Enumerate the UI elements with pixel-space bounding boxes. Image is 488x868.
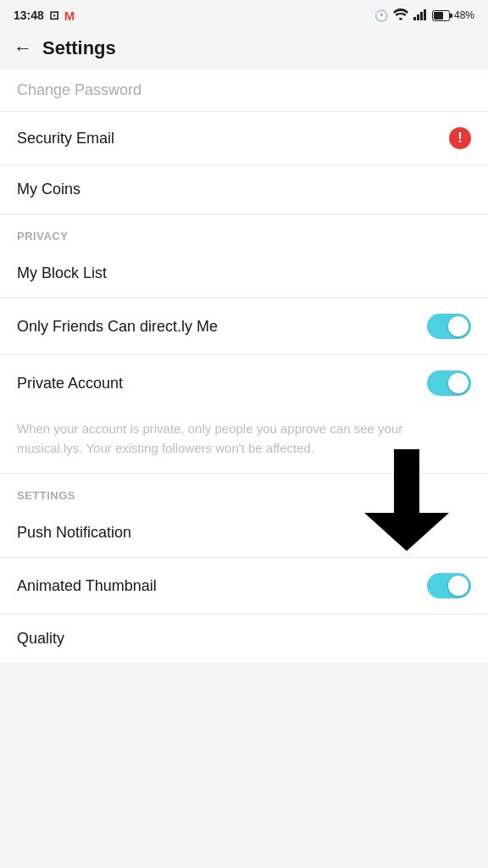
- only-friends-toggle-slider: [427, 314, 471, 339]
- svg-rect-0: [413, 17, 416, 20]
- animated-thumbnail-label: Animated Thumbnail: [17, 577, 157, 595]
- svg-rect-1: [417, 14, 419, 20]
- change-password-label: Change Password: [17, 81, 141, 98]
- quality-label: Quality: [17, 630, 64, 648]
- time-display: 13:48: [14, 8, 44, 22]
- push-notification-label: Push Notification: [17, 524, 131, 542]
- private-account-toggle-slider: [427, 370, 471, 396]
- my-coins-label: My Coins: [17, 181, 80, 198]
- only-friends-item[interactable]: Only Friends Can direct.ly Me: [0, 298, 488, 355]
- animated-thumbnail-toggle-slider: [427, 573, 471, 598]
- battery-icon: 48%: [432, 9, 474, 21]
- wifi-icon: [393, 8, 408, 23]
- gmail-icon: M: [64, 8, 75, 23]
- settings-section-header: SETTINGS: [0, 474, 488, 509]
- only-friends-label: Only Friends Can direct.ly Me: [17, 318, 218, 336]
- security-email-item[interactable]: Security Email !: [0, 112, 488, 165]
- status-right: 🕐: [374, 8, 474, 23]
- my-block-list-label: My Block List: [17, 264, 107, 282]
- push-notification-item[interactable]: Push Notification: [0, 509, 488, 558]
- svg-rect-6: [450, 14, 452, 18]
- private-account-description: When your account is private, only peopl…: [0, 411, 488, 474]
- status-bar: 13:48 ⊡ M 🕐: [0, 0, 488, 31]
- back-button[interactable]: ←: [14, 37, 32, 59]
- svg-rect-3: [424, 9, 426, 20]
- security-email-label: Security Email: [17, 130, 114, 147]
- change-password-item[interactable]: Change Password: [0, 70, 488, 112]
- animated-thumbnail-toggle[interactable]: [427, 573, 471, 598]
- my-block-list-item[interactable]: My Block List: [0, 249, 488, 298]
- svg-rect-5: [434, 12, 443, 19]
- miui-icon: ⊡: [49, 8, 59, 22]
- battery-percent: 48%: [454, 9, 474, 21]
- only-friends-toggle[interactable]: [427, 314, 471, 339]
- quality-item[interactable]: Quality: [0, 615, 488, 663]
- page-title: Settings: [42, 37, 116, 59]
- private-account-item[interactable]: Private Account: [0, 355, 488, 411]
- privacy-section-header: PRIVACY: [0, 214, 488, 249]
- security-alert-icon: !: [449, 127, 471, 149]
- animated-thumbnail-item[interactable]: Animated Thumbnail: [0, 558, 488, 615]
- svg-rect-2: [420, 12, 423, 20]
- settings-list: Change Password Security Email ! My Coin…: [0, 70, 488, 663]
- top-bar: ← Settings: [0, 31, 488, 70]
- private-account-label: Private Account: [17, 375, 123, 392]
- signal-icon: [413, 8, 427, 23]
- my-coins-item[interactable]: My Coins: [0, 165, 488, 214]
- alarm-icon: 🕐: [374, 9, 388, 22]
- status-left: 13:48 ⊡ M: [14, 8, 75, 23]
- private-account-toggle[interactable]: [427, 370, 471, 396]
